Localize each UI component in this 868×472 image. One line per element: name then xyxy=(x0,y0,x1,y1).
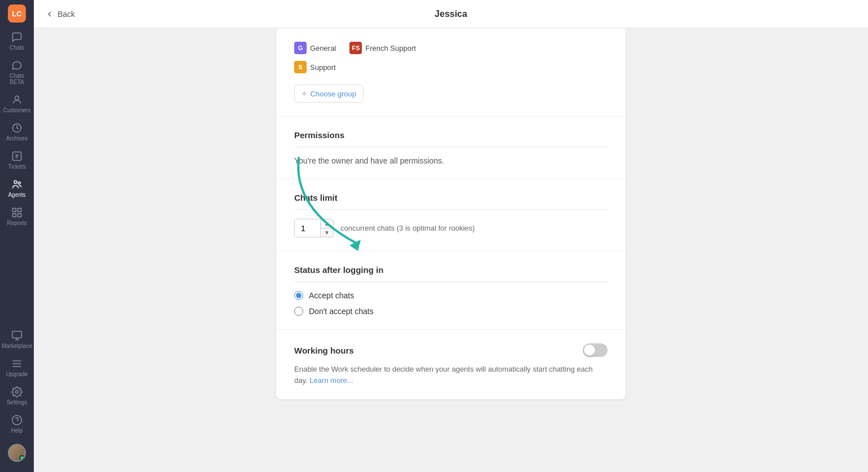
svg-point-13 xyxy=(16,391,19,394)
svg-rect-6 xyxy=(18,209,21,212)
number-arrows: ▲ ▼ xyxy=(320,219,333,237)
back-button[interactable]: Back xyxy=(45,10,75,19)
svg-rect-7 xyxy=(13,214,16,217)
dont-accept-chats-option[interactable]: Don't accept chats xyxy=(294,307,608,316)
chats-limit-input-wrapper: ▲ ▼ xyxy=(294,219,334,237)
choose-group-button[interactable]: + Choose group xyxy=(294,85,364,103)
working-hours-header-row: Working hours xyxy=(294,343,608,357)
working-hours-section: Working hours Enable the Work scheduler … xyxy=(276,330,626,399)
group-icon-french: FS xyxy=(349,42,362,54)
settings-card: G General FS French Support S Support + xyxy=(276,28,626,399)
svg-point-3 xyxy=(14,180,17,183)
group-item-support: S Support xyxy=(294,61,608,73)
svg-rect-8 xyxy=(18,214,21,217)
permissions-section: Permissions You're the owner and have al… xyxy=(276,117,626,179)
permissions-title: Permissions xyxy=(294,130,608,147)
online-status-dot xyxy=(19,455,25,461)
sidebar-item-help[interactable]: Help xyxy=(0,410,34,438)
decrement-button[interactable]: ▼ xyxy=(321,228,333,237)
permissions-text: You're the owner and have all permission… xyxy=(294,156,608,165)
sidebar-item-chats[interactable]: Chats xyxy=(0,27,34,55)
groups-list: G General FS French Support xyxy=(294,42,608,54)
sidebar-item-archives[interactable]: Archives xyxy=(0,118,34,146)
status-radio-group: Accept chats Don't accept chats xyxy=(294,291,608,316)
sidebar-item-customers[interactable]: Customers xyxy=(0,90,34,118)
dont-accept-chats-radio[interactable] xyxy=(294,307,303,316)
group-item-general: G General xyxy=(294,42,336,54)
svg-rect-9 xyxy=(12,332,22,338)
content-area: G General FS French Support S Support + xyxy=(34,28,868,472)
chats-limit-title: Chats limit xyxy=(294,193,608,210)
group-icon-support: S xyxy=(294,61,307,73)
sidebar-item-marketplace[interactable]: Marketplace xyxy=(0,325,34,354)
groups-section: G General FS French Support S Support + xyxy=(276,28,626,117)
svg-rect-5 xyxy=(13,209,16,212)
accept-chats-option[interactable]: Accept chats xyxy=(294,291,608,300)
working-hours-description: Enable the Work scheduler to decide when… xyxy=(294,364,608,386)
sidebar-item-settings[interactable]: Settings xyxy=(0,382,34,410)
sidebar-item-agents[interactable]: Agents xyxy=(0,174,34,202)
sidebar-item-reports[interactable]: Reports xyxy=(0,202,34,231)
user-avatar-container[interactable] xyxy=(0,438,34,467)
increment-button[interactable]: ▲ xyxy=(321,219,333,228)
svg-point-0 xyxy=(15,96,19,100)
svg-point-4 xyxy=(18,182,20,184)
accept-chats-radio[interactable] xyxy=(294,291,303,300)
chats-hint: concurrent chats (3 is optimal for rooki… xyxy=(340,224,475,232)
toggle-knob xyxy=(584,345,595,356)
chats-limit-row: ▲ ▼ concurrent chats (3 is optimal for r… xyxy=(294,219,608,237)
sidebar-item-upgrade[interactable]: Upgrade xyxy=(0,354,34,382)
learn-more-link[interactable]: Learn more... xyxy=(309,376,353,385)
chats-limit-input[interactable] xyxy=(295,219,320,237)
app-logo: LC xyxy=(8,5,26,23)
chats-limit-section: Chats limit ▲ ▼ concurrent chats (3 is o… xyxy=(276,179,626,252)
page-header: Back Jessica xyxy=(34,0,868,28)
avatar xyxy=(8,444,26,462)
working-hours-title: Working hours xyxy=(294,346,354,355)
sidebar-item-chats-beta[interactable]: Chats BETA xyxy=(0,55,34,90)
group-icon-general: G xyxy=(294,42,307,54)
sidebar-item-tickets[interactable]: Tickets xyxy=(0,146,34,174)
svg-point-14 xyxy=(12,416,22,425)
main-content: Back Jessica G General xyxy=(34,0,868,472)
status-section: Status after logging in Accept chats Don… xyxy=(276,252,626,330)
group-item-french-support: FS French Support xyxy=(349,42,416,54)
page-title: Jessica xyxy=(435,9,467,19)
working-hours-toggle[interactable] xyxy=(583,343,608,357)
status-title: Status after logging in xyxy=(294,265,608,282)
sidebar: LC Chats Chats BETA Customers Archives T… xyxy=(0,0,34,472)
